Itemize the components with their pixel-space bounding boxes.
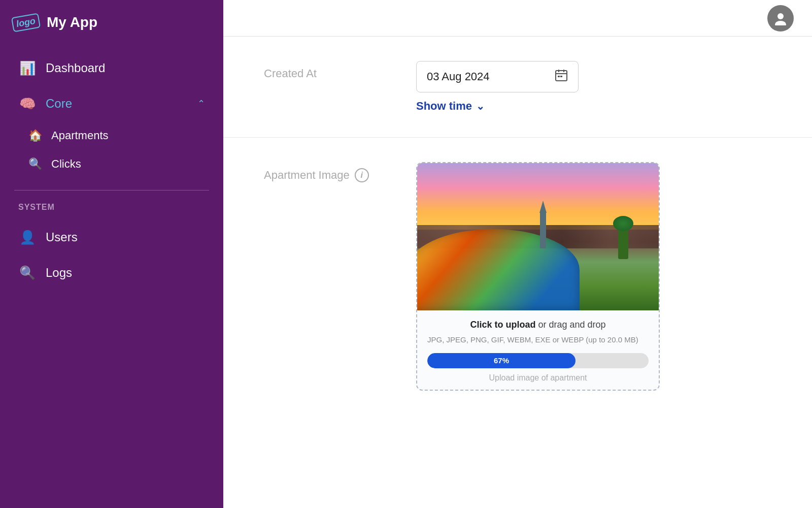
- sidebar-item-clicks[interactable]: 🔍 Clicks: [4, 150, 219, 178]
- scene-trees: [618, 229, 628, 259]
- apartments-icon: 🏠: [28, 129, 42, 142]
- sidebar-item-label: Dashboard: [46, 61, 205, 75]
- users-icon: 👤: [18, 228, 37, 246]
- apartment-image-label: Apartment Image i: [264, 162, 416, 182]
- sidebar-item-label: Users: [46, 230, 205, 244]
- date-picker[interactable]: 03 Aug 2024: [416, 61, 579, 92]
- progress-bar-fill: 67%: [427, 353, 576, 368]
- nav-section-main: 📊 Dashboard 🧠 Core ⌃ 🏠 Apartments 🔍 Clic…: [0, 45, 223, 184]
- svg-rect-7: [560, 76, 562, 77]
- calendar-icon: [555, 69, 568, 85]
- sidebar-item-label: Clicks: [51, 157, 81, 171]
- sidebar-item-label: Logs: [46, 266, 205, 280]
- show-time-label: Show time: [416, 100, 472, 113]
- content-area: Created At 03 Aug 2024: [223, 37, 812, 508]
- logs-icon: 🔍: [18, 264, 37, 282]
- sidebar-item-dashboard[interactable]: 📊 Dashboard: [4, 51, 219, 85]
- upload-box[interactable]: Click to upload or drag and drop JPG, JP…: [416, 162, 660, 391]
- svg-rect-6: [558, 76, 560, 77]
- sidebar-item-label: Core: [46, 97, 188, 111]
- upload-formats: JPG, JPEG, PNG, GIF, WEBM, EXE or WEBP (…: [427, 334, 649, 346]
- progress-bar-container: 67%: [427, 353, 649, 368]
- sidebar-header: logo My App: [0, 0, 223, 45]
- upload-caption: Upload image of apartment: [427, 373, 649, 383]
- app-title: My App: [47, 14, 97, 30]
- dashboard-icon: 📊: [18, 59, 37, 77]
- chevron-down-icon: ⌄: [476, 100, 485, 112]
- sidebar-item-core[interactable]: 🧠 Core ⌃: [4, 86, 219, 121]
- scene-tree-top: [613, 216, 633, 231]
- chevron-up-icon: ⌃: [197, 98, 205, 109]
- sidebar-item-label: Apartments: [51, 129, 109, 142]
- core-icon: 🧠: [18, 94, 37, 113]
- svg-point-1: [775, 21, 786, 25]
- date-value: 03 Aug 2024: [427, 70, 548, 83]
- upload-body: Click to upload or drag and drop JPG, JP…: [417, 310, 659, 390]
- created-at-control: 03 Aug 2024 Show time ⌄: [416, 61, 579, 113]
- main-content: Created At 03 Aug 2024: [223, 0, 812, 508]
- image-preview: [417, 163, 659, 310]
- scene-arch: [417, 229, 580, 310]
- topbar: [223, 0, 812, 37]
- svg-point-0: [777, 13, 784, 19]
- sidebar-item-logs[interactable]: 🔍 Logs: [4, 256, 219, 290]
- created-at-label: Created At: [264, 61, 416, 80]
- scene-tower: [540, 213, 546, 248]
- system-section-label: SYSTEM: [0, 197, 223, 214]
- logo: logo: [11, 13, 41, 32]
- avatar[interactable]: [767, 5, 794, 31]
- info-icon: i: [355, 168, 369, 182]
- sidebar: logo My App 📊 Dashboard 🧠 Core ⌃ 🏠 Apart…: [0, 0, 223, 508]
- show-time-button[interactable]: Show time ⌄: [416, 100, 579, 113]
- user-avatar-icon: [773, 11, 788, 25]
- progress-label: 67%: [494, 356, 509, 365]
- apartment-image-section: Apartment Image i: [223, 138, 812, 415]
- clicks-icon: 🔍: [28, 157, 42, 171]
- sidebar-item-apartments[interactable]: 🏠 Apartments: [4, 122, 219, 149]
- nav-divider: [14, 190, 209, 190]
- sidebar-item-users[interactable]: 👤 Users: [4, 220, 219, 255]
- scene-spire: [539, 201, 547, 213]
- upload-click-text: Click to upload or drag and drop: [427, 320, 649, 330]
- nav-section-system: 👤 Users 🔍 Logs: [0, 214, 223, 296]
- created-at-section: Created At 03 Aug 2024: [223, 37, 812, 138]
